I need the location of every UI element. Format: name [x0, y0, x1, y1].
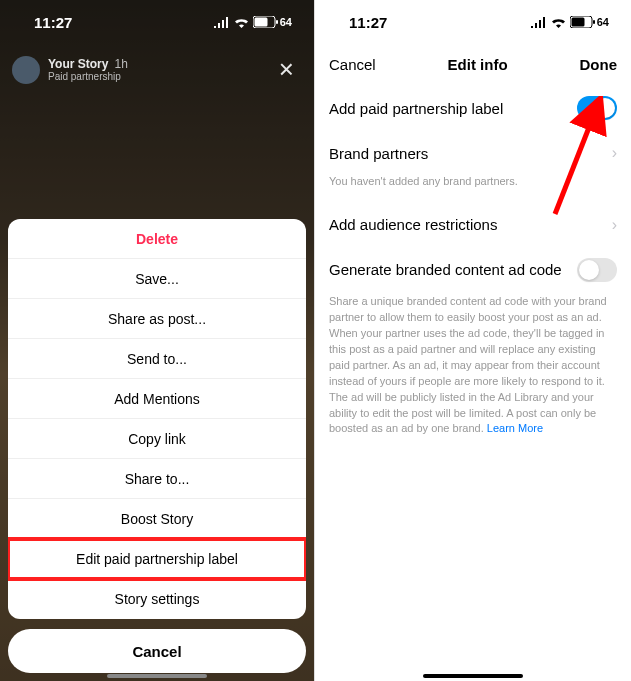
- ad-code-row: Generate branded content ad code: [329, 246, 617, 294]
- story-time: 1h: [114, 57, 127, 71]
- audience-restrictions-label: Add audience restrictions: [329, 216, 497, 233]
- sheet-item[interactable]: Story settings: [8, 579, 306, 619]
- sheet-item[interactable]: Edit paid partnership label: [8, 539, 306, 579]
- brand-partners-label: Brand partners: [329, 145, 428, 162]
- home-indicator[interactable]: [107, 674, 207, 678]
- nav-cancel-button[interactable]: Cancel: [329, 56, 376, 73]
- paid-partnership-toggle[interactable]: [577, 96, 617, 120]
- audience-restrictions-row[interactable]: Add audience restrictions ›: [329, 204, 617, 246]
- sheet-item[interactable]: Add Mentions: [8, 379, 306, 419]
- phone-left: 11:27 64 Your Story 1h Paid partnership …: [0, 0, 315, 681]
- nav-done-button[interactable]: Done: [579, 56, 617, 73]
- sheet-item[interactable]: Share as post...: [8, 299, 306, 339]
- ad-code-label: Generate branded content ad code: [329, 261, 562, 278]
- signal-icon: [214, 14, 230, 31]
- battery-icon: 64: [570, 16, 609, 28]
- story-subtitle: Paid partnership: [48, 71, 263, 82]
- story-title-block: Your Story 1h Paid partnership: [48, 57, 263, 82]
- chevron-right-icon: ›: [612, 144, 617, 162]
- sheet-item[interactable]: Send to...: [8, 339, 306, 379]
- paid-partnership-row: Add paid partnership label: [329, 84, 617, 132]
- learn-more-link[interactable]: Learn More: [487, 422, 543, 434]
- phone-right: 11:27 64 Cancel Edit info Done Add paid …: [315, 0, 631, 681]
- avatar[interactable]: [12, 56, 40, 84]
- settings-list: Add paid partnership label Brand partner…: [315, 84, 631, 451]
- status-indicators: 64: [214, 14, 292, 31]
- status-bar: 11:27 64: [0, 0, 314, 44]
- battery-icon: 64: [253, 16, 292, 28]
- sheet-item[interactable]: Share to...: [8, 459, 306, 499]
- wifi-icon: [551, 14, 566, 31]
- home-indicator[interactable]: [423, 674, 523, 678]
- status-bar: 11:27 64: [315, 0, 631, 44]
- svg-rect-4: [571, 18, 584, 27]
- nav-title: Edit info: [448, 56, 508, 73]
- wifi-icon: [234, 14, 249, 31]
- story-header: Your Story 1h Paid partnership ×: [0, 46, 314, 93]
- action-sheet: DeleteSave...Share as post...Send to...A…: [8, 219, 306, 673]
- svg-rect-2: [276, 20, 278, 24]
- story-title[interactable]: Your Story: [48, 57, 108, 71]
- ad-code-helper: Share a unique branded content ad code w…: [329, 294, 617, 451]
- brand-partners-helper: You haven't added any brand partners.: [329, 174, 617, 204]
- paid-partnership-label: Add paid partnership label: [329, 100, 503, 117]
- sheet-item[interactable]: Save...: [8, 259, 306, 299]
- sheet-item[interactable]: Boost Story: [8, 499, 306, 539]
- signal-icon: [531, 14, 547, 31]
- sheet-item[interactable]: Delete: [8, 219, 306, 259]
- chevron-right-icon: ›: [612, 216, 617, 234]
- close-icon[interactable]: ×: [271, 50, 302, 89]
- status-time: 11:27: [349, 14, 387, 31]
- status-indicators: 64: [531, 14, 609, 31]
- svg-rect-5: [593, 20, 595, 24]
- brand-partners-row[interactable]: Brand partners ›: [329, 132, 617, 174]
- nav-bar: Cancel Edit info Done: [315, 44, 631, 84]
- status-time: 11:27: [34, 14, 72, 31]
- action-sheet-group: DeleteSave...Share as post...Send to...A…: [8, 219, 306, 619]
- sheet-item[interactable]: Copy link: [8, 419, 306, 459]
- ad-code-toggle[interactable]: [577, 258, 617, 282]
- svg-rect-1: [254, 18, 267, 27]
- cancel-button[interactable]: Cancel: [8, 629, 306, 673]
